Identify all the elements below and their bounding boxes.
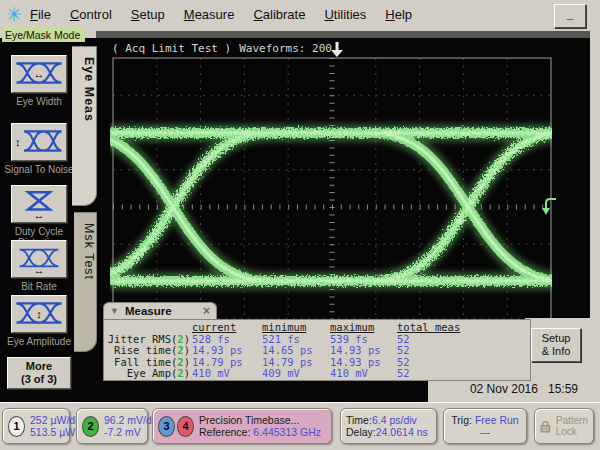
amplitude-arrow-icon: ↕	[36, 309, 42, 320]
eye-width-button[interactable]: ↔	[11, 55, 67, 93]
measure-value: 14.65 ps	[262, 345, 330, 357]
menu-measure[interactable]: Measure	[184, 7, 235, 22]
delay-value: 24.0614 ns	[376, 426, 428, 438]
menu-setup[interactable]: Setup	[131, 7, 165, 22]
trig-label: Trig:	[451, 414, 472, 426]
menu-calibrate[interactable]: Calibrate	[253, 7, 305, 22]
agilent-spark-icon: ✳	[6, 5, 22, 24]
app-window: ✳ File Control Setup Measure Calibrate U…	[0, 0, 600, 450]
timebase-title: Precision Timebase...	[199, 414, 299, 426]
bit-rate-button[interactable]: ↔	[11, 240, 67, 278]
col-header-maximum: maximum	[330, 322, 397, 334]
menu-help[interactable]: Help	[385, 7, 412, 22]
menu-bar: ✳ File Control Setup Measure Calibrate U…	[0, 0, 600, 28]
tab-msk-test[interactable]: Msk Test	[74, 212, 97, 352]
delay-label: Delay:	[346, 426, 376, 438]
menu-utilities[interactable]: Utilities	[324, 7, 366, 22]
menu-file[interactable]: File	[30, 7, 51, 22]
channel-2-button[interactable]: 2 96.2 mV/div -7.2 mV	[76, 408, 148, 444]
waveforms-count: Waveforms: 200	[239, 42, 332, 55]
channel-1-badge: 1	[8, 416, 25, 437]
measure-value: 52	[397, 334, 530, 346]
noise-arrows-icon: ↕	[15, 137, 21, 148]
ch1-scale: 252 µW/div	[30, 414, 83, 426]
measure-row-label: Eye Amp(2)	[104, 368, 192, 380]
timebase-scale-button[interactable]: Time:6.4 ps/div Delay:24.0614 ns	[340, 408, 437, 444]
precision-timebase-button[interactable]: 3 4 Precision Timebase... Reference: 6.4…	[152, 408, 332, 444]
timebase-reference-icon	[542, 199, 556, 215]
sidebar-label: Signal To Noise	[0, 164, 78, 175]
eye-amplitude-button[interactable]: ↕	[11, 295, 67, 333]
acquisition-status: ( Acq Limit Test ) Waveforms: 200	[112, 42, 332, 55]
time-value: 6.4 ps/div	[372, 414, 417, 426]
pattern-lock-line2: Lock	[556, 426, 577, 437]
signal-to-noise-button[interactable]: ↕	[11, 123, 67, 161]
measure-value: 52	[397, 345, 530, 357]
trigger-marker-icon	[331, 42, 343, 57]
rate-arrow-icon: ↔	[34, 265, 45, 276]
measure-value: 14.93 ps	[192, 345, 262, 357]
sidebar-label: Bit Rate	[0, 281, 78, 292]
date-label: 02 Nov 2016	[470, 382, 538, 396]
measure-value: 409 mV	[262, 368, 330, 380]
col-header-current: current	[192, 322, 262, 334]
measure-value: 14.93 ps	[330, 345, 397, 357]
duty-cycle-distortion-button[interactable]: ↔	[11, 185, 67, 223]
ch1-offset: 513.5 µW	[30, 426, 75, 438]
sidebar-label: Eye Width	[0, 96, 78, 107]
sidebar-item-bit-rate: ↔ Bit Rate	[0, 240, 78, 292]
pattern-lock-button[interactable]: Pattern Lock	[534, 408, 594, 444]
sidebar-item-duty-cycle-distortion: ↔ Duty Cycle Distortion	[0, 185, 78, 248]
measure-value: 410 mV	[330, 368, 397, 380]
measure-panel-title: Measure	[125, 305, 172, 317]
ch2-offset: -7.2 mV	[104, 426, 141, 438]
trig-value: Free Run	[475, 414, 519, 426]
status-bar: 1 252 µW/div 513.5 µW 2 96.2 mV/div -7.2…	[0, 402, 600, 450]
mode-label: Eye/Mask Mode	[2, 28, 85, 42]
sidebar-label: Eye Amplitude	[0, 336, 78, 347]
menu-control[interactable]: Control	[70, 7, 112, 22]
sidebar-item-eye-amplitude: ↕ Eye Amplitude	[0, 295, 78, 347]
channel-4-badge: 4	[177, 416, 194, 437]
measure-value: 52	[397, 357, 530, 369]
sidebar-item-signal-to-noise: ↕ Signal To Noise	[0, 123, 78, 175]
reference-value: 6.445313 GHz	[253, 426, 321, 438]
reference-label: Reference:	[199, 426, 250, 438]
measure-value: 410 mV	[192, 368, 262, 380]
channel-2-badge: 2	[82, 416, 99, 437]
measure-panel-tab[interactable]: ▼ Measure ×	[103, 302, 217, 319]
more-button[interactable]: More (3 of 3)	[7, 357, 71, 389]
trigger-button[interactable]: Trig: Free Run ---	[443, 408, 527, 444]
lock-icon	[540, 419, 551, 434]
measure-panel: current minimum maximum total meas Jitte…	[103, 319, 531, 381]
minimize-button[interactable]: _	[554, 4, 586, 28]
measure-value: 52	[397, 368, 530, 380]
tab-eye-meas[interactable]: Eye Meas	[72, 46, 97, 206]
acq-limit-label: ( Acq Limit Test )	[112, 42, 231, 55]
channel-3-badge: 3	[158, 416, 175, 437]
pattern-lock-line1: Pattern	[556, 415, 588, 426]
time-label: 15:59	[548, 382, 578, 396]
signal-to-noise-icon	[15, 127, 63, 155]
screen-top-strip	[96, 31, 590, 38]
duty-arrow-icon: ↔	[34, 210, 45, 221]
setup-info-button[interactable]: Setup & Info	[531, 328, 581, 362]
time-label: Time:	[346, 414, 372, 426]
channel-1-button[interactable]: 1 252 µW/div 513.5 µW	[2, 408, 70, 444]
width-arrow-icon: ↔	[34, 69, 45, 80]
col-header-minimum: minimum	[262, 322, 330, 334]
sidebar-item-eye-width: ↔ Eye Width	[0, 55, 78, 107]
col-header-total-meas: total meas	[397, 322, 530, 334]
collapse-icon[interactable]: ▼	[110, 306, 119, 316]
trig-secondary: ---	[480, 426, 491, 438]
close-icon[interactable]: ×	[203, 304, 210, 318]
